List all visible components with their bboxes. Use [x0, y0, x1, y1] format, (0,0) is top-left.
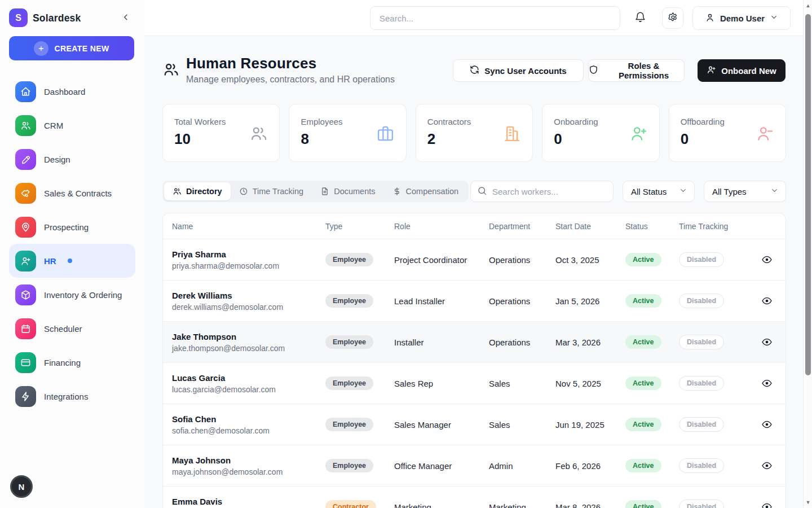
tab-time-tracking[interactable]: Time Tracking: [231, 182, 312, 200]
status-badge: Active: [625, 335, 661, 349]
stat-card-offboarding: Offboarding0: [669, 104, 786, 162]
table-row-jake-thompson[interactable]: Jake Thompsonjake.thompson@demosolar.com…: [163, 322, 785, 363]
worker-search-input[interactable]: [470, 181, 614, 202]
sidebar-avatar[interactable]: N: [10, 475, 33, 498]
status-filter-value: All Status: [631, 187, 667, 196]
sidebar-item-integrations[interactable]: Integrations: [9, 379, 135, 413]
tab-label: Documents: [334, 187, 375, 196]
tab-documents[interactable]: Documents: [312, 182, 383, 200]
user-plus-icon: [15, 251, 36, 271]
tab-compensation[interactable]: Compensation: [384, 182, 467, 200]
stat-card-employees: Employees8: [289, 104, 406, 162]
page-subtitle: Manage employees, contractors, and HR op…: [186, 75, 395, 85]
sidebar-item-hr[interactable]: HR: [9, 244, 135, 278]
create-new-button[interactable]: CREATE NEW: [9, 36, 134, 60]
scrollbar-thumb[interactable]: [805, 14, 811, 375]
worker-name: Priya Sharma: [172, 249, 325, 259]
sidebar-item-label: Integrations: [44, 392, 88, 401]
sidebar-item-crm[interactable]: CRM: [9, 108, 135, 142]
view-worker-button[interactable]: [757, 291, 777, 311]
column-header-role: Role: [394, 222, 489, 231]
sidebar-item-scheduler[interactable]: Scheduler: [9, 312, 135, 345]
stats-cards: Total Workers10Employees8Contractors2Onb…: [162, 104, 786, 162]
worker-role: Sales Manager: [394, 420, 489, 430]
sidebar-item-inventory-ordering[interactable]: Inventory & Ordering: [9, 278, 135, 312]
directory-toolbar: DirectoryTime TrackingDocumentsCompensat…: [144, 181, 803, 202]
type-badge: Employee: [325, 335, 373, 349]
view-worker-button[interactable]: [757, 414, 777, 435]
tab-label: Directory: [186, 187, 222, 196]
worker-name-cell: Sofia Chensofia.chen@demosolar.com: [172, 414, 325, 435]
stat-card-onboarding: Onboarding0: [542, 104, 659, 162]
worker-name-cell: Lucas Garcialucas.garcia@demosolar.com: [172, 373, 325, 394]
sidebar-item-design[interactable]: Design: [9, 142, 135, 176]
user-plus-icon: [629, 124, 648, 145]
sidebar-item-sales-contracts[interactable]: Sales & Contracts: [9, 176, 135, 210]
worker-name: Maya Johnson: [172, 456, 325, 465]
status-filter-select[interactable]: All Status: [623, 181, 695, 202]
worker-role: Office Manager: [394, 461, 489, 471]
user-menu-button[interactable]: Demo User: [692, 6, 791, 30]
settings-button[interactable]: [662, 7, 683, 29]
worker-start-date: Mar 8, 2026: [555, 502, 625, 508]
shield-icon: [589, 65, 598, 76]
file-icon: [320, 187, 329, 196]
onboard-label: Onboard New: [721, 66, 776, 76]
view-worker-button[interactable]: [757, 373, 777, 393]
view-worker-button[interactable]: [757, 497, 777, 508]
notifications-button[interactable]: [630, 8, 650, 28]
table-row-emma-davis[interactable]: Emma Davisemma.davis@demosolar.comContra…: [163, 487, 785, 508]
sidebar: S Solardesk CREATE NEW DashboardCRMDesig…: [0, 0, 144, 508]
sidebar-nav: DashboardCRMDesignSales & ContractsProsp…: [0, 75, 144, 413]
table-row-lucas-garcia[interactable]: Lucas Garcialucas.garcia@demosolar.comEm…: [163, 363, 785, 404]
bell-icon: [634, 11, 646, 25]
page-scrollbar[interactable]: ▲ ▼: [803, 0, 812, 508]
sync-user-accounts-button[interactable]: Sync User Accounts: [453, 59, 584, 82]
users-icon: [15, 115, 36, 136]
user-plus-icon: [707, 65, 716, 76]
create-new-label: CREATE NEW: [54, 44, 109, 53]
app-root: S Solardesk CREATE NEW DashboardCRMDesig…: [0, 0, 812, 508]
global-search-input[interactable]: [370, 6, 620, 30]
main-content: Human Resources Manage employees, contra…: [144, 36, 803, 508]
tab-directory[interactable]: Directory: [164, 182, 231, 200]
sidebar-item-label: Financing: [44, 358, 81, 367]
time-tracking-badge: Disabled: [679, 252, 724, 267]
status-badge: Active: [625, 500, 661, 508]
status-badge: Active: [625, 459, 661, 472]
sidebar-item-label: Scheduler: [44, 324, 82, 334]
calendar-icon: [15, 318, 36, 339]
worker-email: derek.williams@demosolar.com: [172, 303, 325, 312]
table-header-row: NameTypeRoleDepartmentStart DateStatusTi…: [163, 213, 785, 239]
view-worker-button[interactable]: [757, 456, 777, 476]
type-filter-select[interactable]: All Types: [704, 181, 786, 202]
roles-permissions-button[interactable]: Roles & Permissions: [588, 59, 685, 82]
sidebar-item-prospecting[interactable]: Prospecting: [9, 210, 135, 244]
sidebar-item-dashboard[interactable]: Dashboard: [9, 75, 135, 108]
view-worker-button[interactable]: [757, 332, 777, 352]
table-row-maya-johnson[interactable]: Maya Johnsonmaya.johnson@demosolar.comEm…: [163, 445, 785, 487]
sidebar-header: S Solardesk: [0, 0, 144, 36]
table-row-priya-sharma[interactable]: Priya Sharmapriya.sharma@demosolar.comEm…: [163, 239, 785, 281]
sidebar-item-label: Prospecting: [44, 222, 89, 232]
type-badge: Employee: [325, 253, 373, 266]
scroll-up-arrow[interactable]: ▲: [804, 1, 812, 10]
table-row-derek-williams[interactable]: Derek Williamsderek.williams@demosolar.c…: [163, 281, 785, 322]
type-filter-value: All Types: [712, 187, 747, 196]
status-badge: Active: [625, 376, 661, 390]
time-tracking-badge: Disabled: [679, 417, 724, 432]
scroll-down-arrow[interactable]: ▼: [804, 498, 812, 507]
type-badge: Employee: [325, 376, 373, 390]
view-worker-button[interactable]: [757, 249, 777, 270]
worker-name: Lucas Garcia: [172, 373, 325, 383]
onboard-new-button[interactable]: Onboard New: [698, 59, 785, 82]
eye-icon: [761, 501, 773, 508]
briefcase-icon: [376, 124, 395, 145]
worker-start-date: Feb 6, 2026: [555, 461, 625, 471]
table-row-sofia-chen[interactable]: Sofia Chensofia.chen@demosolar.comEmploy…: [163, 404, 785, 445]
sidebar-collapse-button[interactable]: [118, 10, 134, 26]
worker-name: Emma Davis: [172, 497, 325, 506]
sidebar-item-label: Design: [44, 155, 70, 164]
sidebar-item-financing[interactable]: Financing: [9, 345, 135, 379]
worker-department: Operations: [489, 338, 555, 347]
